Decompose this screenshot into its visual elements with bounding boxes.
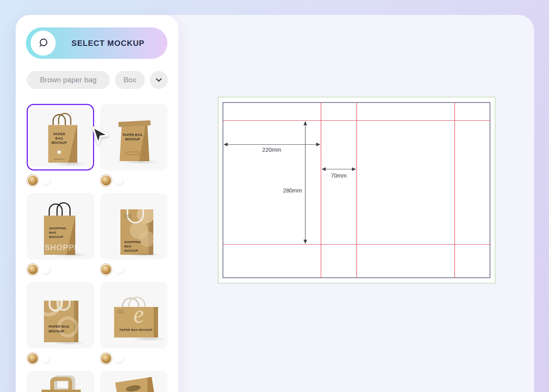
height-dimension-label: 280mm xyxy=(283,187,302,194)
paper-bag-mockup-image: PAPER BAG MOCKUP ✽ xyxy=(30,107,91,167)
shopping-bag-mockup-image: SHOPPING BAG MOCKUP SHOPPI xyxy=(27,193,94,260)
dieline-template: 220mm 70mm 280mm xyxy=(218,97,495,283)
color-swatch-white[interactable] xyxy=(41,176,51,185)
color-swatch-kraft[interactable] xyxy=(28,354,38,363)
mockup-thumbnail-shopping-bag-ribbon[interactable]: SHOPPING BAG MOCKUP SHOPPI xyxy=(27,193,94,282)
more-filters-button[interactable] xyxy=(150,71,168,89)
color-swatch-kraft[interactable] xyxy=(28,265,38,274)
color-swatch-kraft[interactable] xyxy=(101,176,111,185)
filter-chip-brown-paper-bag[interactable]: Brown paper bag xyxy=(27,71,110,89)
gusset-dimension-label: 70mm xyxy=(331,172,347,179)
search-icon xyxy=(31,31,56,56)
mockup-thumbnail-wide-paper-bag[interactable]: e PAPER BAG MOCKUP xyxy=(100,282,167,371)
paper-bag-mockup-image: PAPER BAG MOCKUP xyxy=(100,104,167,171)
color-swatch-kraft[interactable] xyxy=(101,265,111,274)
color-swatch-white[interactable] xyxy=(41,354,51,363)
watermark-text: SHOPPI xyxy=(45,243,77,252)
mockup-thumbnail-paper-pouch[interactable]: PAPER BAG MOCKUP xyxy=(100,104,167,193)
mockup-thumbnail-shopping-bag-rope[interactable]: SHOPPING BAG MOCKUP xyxy=(100,193,167,282)
mockup-thumbnail-paper-bag-rope[interactable]: PAPER BAG MOCKUP ✽ xyxy=(27,104,94,193)
mockup-thumbnail-paper-tote[interactable]: PAPER BAG MOCKUP xyxy=(27,282,94,371)
paper-bag-mockup-image: e PAPER BAG MOCKUP xyxy=(100,282,167,348)
color-swatch-white[interactable] xyxy=(115,354,124,363)
flower-icon: ✽ xyxy=(48,149,70,155)
color-swatch-kraft[interactable] xyxy=(28,176,38,185)
select-mockup-button[interactable]: SELECT MOCKUP xyxy=(26,27,167,59)
shopping-bag-mockup-image: SHOPPING BAG MOCKUP xyxy=(100,193,167,260)
color-swatch-white[interactable] xyxy=(115,265,124,274)
filter-chips: Brown paper bag Box xyxy=(27,71,168,89)
paper-bag-mockup-image xyxy=(27,371,94,392)
width-dimension-label: 220mm xyxy=(262,147,281,153)
mockup-grid: PAPER BAG MOCKUP ✽ PAPER BAG MOCKUP SHOP… xyxy=(27,104,168,392)
color-swatch-white[interactable] xyxy=(115,176,124,185)
chevron-down-icon xyxy=(154,75,164,85)
script-letter: e xyxy=(131,307,145,329)
color-swatch-kraft[interactable] xyxy=(101,354,111,363)
mockup-thumbnail-diecut-handle-bag[interactable] xyxy=(100,371,167,392)
color-swatch-white[interactable] xyxy=(41,265,51,274)
paper-bag-mockup-image: PAPER BAG MOCKUP xyxy=(27,282,94,348)
paper-bag-mockup-image xyxy=(100,371,167,392)
mockup-thumbnail-flat-handle-bag[interactable] xyxy=(27,371,94,392)
filter-chip-box[interactable]: Box xyxy=(115,71,145,89)
